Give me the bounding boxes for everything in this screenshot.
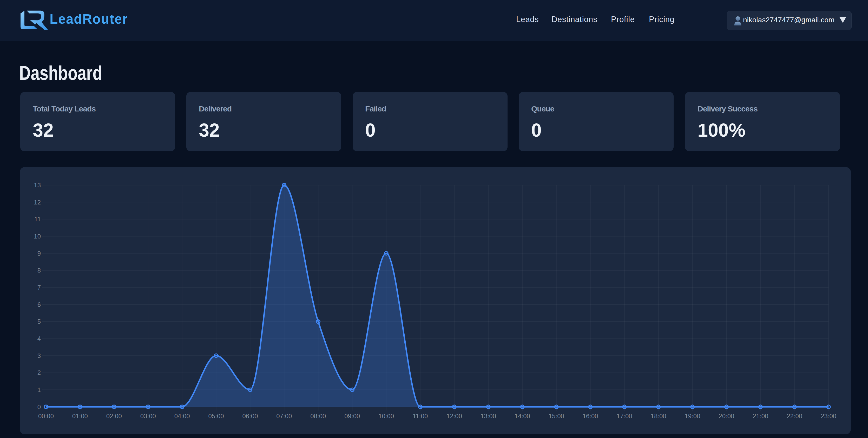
svg-text:1: 1 [37,386,41,393]
svg-text:14:00: 14:00 [515,412,530,419]
svg-text:07:00: 07:00 [276,412,292,419]
svg-text:23:00: 23:00 [821,412,836,419]
svg-text:2: 2 [37,369,41,376]
svg-text:21:00: 21:00 [753,412,768,419]
svg-text:03:00: 03:00 [140,412,156,419]
svg-text:00:00: 00:00 [38,412,54,419]
svg-text:08:00: 08:00 [310,412,326,419]
svg-text:15:00: 15:00 [549,412,564,419]
svg-text:13: 13 [34,182,41,189]
svg-text:06:00: 06:00 [242,412,258,419]
svg-text:12: 12 [34,199,41,206]
svg-text:3: 3 [37,352,41,359]
svg-text:0: 0 [37,403,41,410]
svg-text:13:00: 13:00 [480,412,496,419]
svg-text:17:00: 17:00 [617,412,632,419]
svg-text:7: 7 [37,284,41,291]
svg-text:20:00: 20:00 [719,412,734,419]
svg-text:5: 5 [37,318,41,325]
svg-text:11: 11 [34,216,41,223]
svg-text:9: 9 [37,250,41,257]
svg-text:4: 4 [37,335,41,342]
svg-text:18:00: 18:00 [651,412,666,419]
svg-text:12:00: 12:00 [446,412,462,419]
svg-text:22:00: 22:00 [787,412,802,419]
svg-text:16:00: 16:00 [583,412,598,419]
svg-text:10:00: 10:00 [378,412,394,419]
svg-text:02:00: 02:00 [106,412,122,419]
svg-text:10: 10 [34,233,41,240]
svg-text:6: 6 [37,301,41,308]
svg-text:01:00: 01:00 [72,412,88,419]
svg-text:04:00: 04:00 [175,412,190,419]
svg-text:09:00: 09:00 [344,412,360,419]
svg-text:19:00: 19:00 [684,412,700,419]
svg-text:8: 8 [37,267,41,274]
svg-text:11:00: 11:00 [413,412,428,419]
svg-text:05:00: 05:00 [209,412,224,419]
